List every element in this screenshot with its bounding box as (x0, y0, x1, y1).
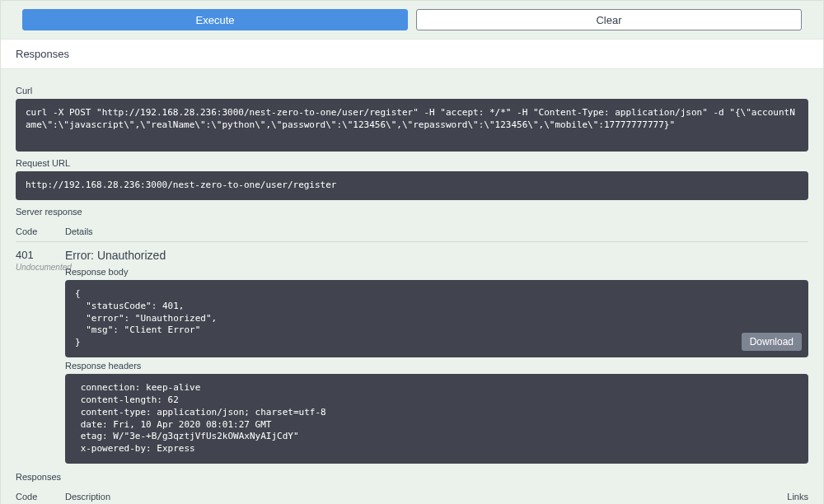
download-button[interactable]: Download (742, 333, 802, 351)
server-response-label: Server response (16, 207, 808, 217)
server-response-table-head: Code Details (16, 220, 808, 242)
response-details-cell: Error: Unauthorized Response body { "sta… (65, 249, 808, 464)
request-url-label: Request URL (16, 158, 808, 168)
responses-content: Curl curl -X POST "http://192.168.28.236… (1, 69, 823, 504)
response-body-text: { "statusCode": 401, "error": "Unauthori… (75, 288, 217, 348)
doc-links-column-header: Links (751, 492, 808, 502)
server-response-row: 401 Undocumented Error: Unauthorized Res… (16, 242, 808, 464)
doc-code-column-header: Code (16, 492, 65, 502)
code-column-header: Code (16, 226, 65, 236)
responses-section-header: Responses (1, 39, 823, 69)
request-url-block: http://192.168.28.236:3000/nest-zero-to-… (16, 171, 808, 200)
curl-label: Curl (16, 86, 808, 96)
details-column-header: Details (65, 226, 808, 236)
curl-command-block: curl -X POST "http://192.168.28.236:3000… (16, 99, 808, 152)
action-button-row: Execute Clear (1, 1, 823, 39)
doc-description-column-header: Description (65, 492, 751, 502)
response-body-block: { "statusCode": 401, "error": "Unauthori… (65, 280, 808, 357)
responses-documented-label: Responses (16, 472, 808, 482)
documented-responses-table-head: Code Description Links (16, 485, 808, 504)
undocumented-label: Undocumented (16, 263, 65, 272)
execute-button[interactable]: Execute (22, 9, 408, 30)
status-code: 401 (16, 249, 65, 261)
response-body-label: Response body (65, 267, 808, 277)
error-title: Error: Unauthorized (65, 249, 808, 262)
response-code-cell: 401 Undocumented (16, 249, 65, 464)
response-headers-block: connection: keep-alive content-length: 6… (65, 374, 808, 464)
response-headers-label: Response headers (65, 361, 808, 371)
swagger-operation-panel: Execute Clear Responses Curl curl -X POS… (0, 0, 824, 504)
clear-button[interactable]: Clear (416, 9, 802, 30)
